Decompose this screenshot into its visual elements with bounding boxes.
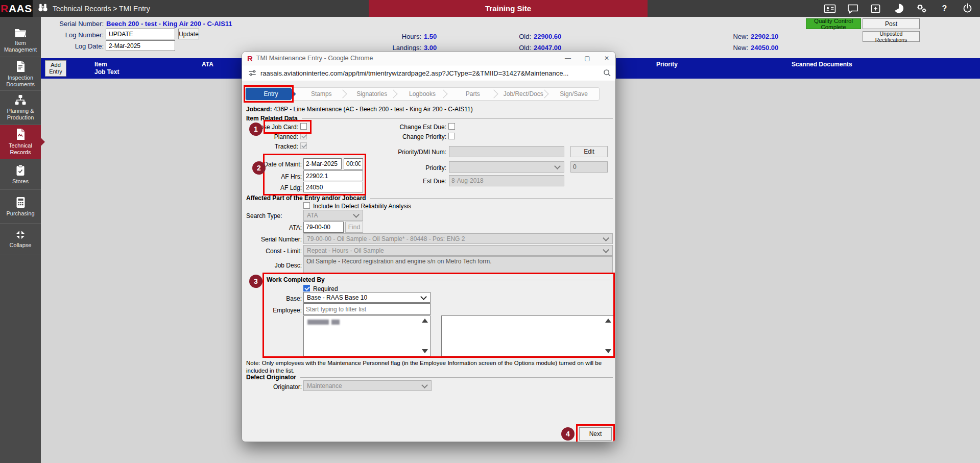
scroll-down-icon[interactable]: [422, 349, 428, 353]
annotation-circle-1: 1: [249, 123, 262, 136]
old-hours-label: Old:: [500, 33, 531, 40]
help-glyph: ?: [942, 4, 947, 13]
originator-value: Maintenance: [307, 382, 342, 389]
column-priority: Priority: [656, 61, 678, 68]
annotation-circle-3: 3: [249, 275, 262, 288]
include-defect-reliability-label: Include In Defect Reliability Analysis: [313, 203, 411, 210]
sidebar-item-inspection-documents[interactable]: Inspection Documents: [0, 57, 41, 91]
ata-input[interactable]: [303, 222, 344, 233]
section-work-completed-by: Work Completed By: [267, 276, 610, 283]
employee-filter-input[interactable]: [303, 303, 431, 315]
edit-button[interactable]: Edit: [570, 146, 608, 157]
log-date-label: Log Date:: [31, 42, 104, 50]
include-defect-reliability-checkbox[interactable]: [303, 202, 310, 209]
originator-label: Originator:: [242, 383, 302, 391]
calculator-icon: [16, 197, 26, 208]
jobcard-label: Jobcard:: [246, 106, 272, 113]
close-job-card-checkbox[interactable]: [300, 123, 307, 130]
breadcrumb-text: Technical Records > TMI Entry: [53, 5, 150, 13]
dialog-url-bar[interactable]: raasais.aviationintertec.com/app/tmi/tmi…: [242, 65, 616, 81]
quality-control-complete-button[interactable]: Quality Control Complete: [806, 18, 861, 29]
employee-label: Employee:: [242, 307, 302, 314]
log-date-input[interactable]: [106, 40, 175, 51]
required-label: Required: [313, 285, 338, 293]
tab-parts[interactable]: Parts: [447, 88, 498, 100]
zoom-icon[interactable]: [603, 69, 611, 77]
add-window-icon[interactable]: [864, 0, 887, 17]
post-button[interactable]: Post: [863, 18, 920, 29]
tab-signatories[interactable]: Signatories: [347, 88, 397, 100]
hours-value: 1.50: [424, 33, 437, 40]
scroll-up-icon[interactable]: [605, 319, 611, 323]
old-landings-label: Old:: [500, 44, 531, 52]
required-checkbox[interactable]: [303, 285, 310, 291]
annotation-circle-2: 2: [252, 161, 266, 175]
landings-value: 3.00: [424, 44, 437, 52]
close-button[interactable]: ✕: [597, 52, 616, 65]
hours-label: Hours:: [370, 33, 421, 40]
pie-chart-icon[interactable]: [887, 0, 910, 17]
tab-job-rect-docs[interactable]: Job/Rect/Docs: [498, 88, 548, 100]
search-type-value: ATA: [307, 212, 318, 219]
sidebar-item-planning-production[interactable]: Planning & Production: [0, 91, 41, 125]
tab-stamps[interactable]: Stamps: [296, 88, 347, 100]
column-scanned-documents: Scanned Documents: [792, 61, 852, 68]
maximize-button[interactable]: ▢: [578, 52, 597, 65]
sidebar-item-item-management[interactable]: Item Management: [0, 23, 41, 57]
sidebar-item-label: Stores: [2, 178, 39, 185]
serial-number-label: Serial Number:: [31, 20, 104, 28]
af-hrs-label: AF Hrs:: [242, 173, 302, 180]
find-button[interactable]: Find: [345, 222, 363, 233]
sidebar: Item Management Inspection Documents Pla…: [0, 17, 41, 463]
base-label: Base:: [242, 295, 302, 302]
affected-serial-number-select: 79-00-00 - Oil Sample - Oil Sample* - 80…: [303, 233, 613, 244]
next-button[interactable]: Next: [579, 427, 612, 441]
landings-label: Landings:: [370, 44, 421, 52]
raas-logo: RAAS: [0, 0, 33, 17]
chat-icon[interactable]: [841, 0, 864, 17]
scroll-down-icon[interactable]: [605, 349, 611, 353]
priority-num-input: [570, 161, 608, 173]
settings-gears-icon[interactable]: [910, 0, 933, 17]
user-card-icon[interactable]: [818, 0, 841, 17]
sidebar-item-technical-records[interactable]: Technical Records: [0, 125, 41, 159]
breadcrumb[interactable]: Technical Records > TMI Entry: [38, 0, 150, 17]
screen: RAAS Technical Records > TMI Entry Train…: [0, 0, 980, 463]
search-type-label: Search Type:: [246, 212, 282, 220]
const-limit-value: Repeat - Hours - Oil Sample: [307, 247, 384, 254]
power-icon[interactable]: [956, 0, 979, 17]
tab-entry[interactable]: Entry: [246, 88, 296, 100]
scroll-up-icon[interactable]: [422, 319, 428, 323]
sidebar-item-label: Purchasing: [2, 210, 39, 217]
date-of-maint-label: Date of Maint:: [242, 161, 302, 168]
sidebar-item-label: Item Management: [2, 40, 39, 53]
sidebar-item-stores[interactable]: Stores: [0, 159, 41, 190]
priority-label: Priority:: [334, 164, 446, 172]
help-icon[interactable]: ?: [933, 0, 956, 17]
tracked-label: Tracked:: [242, 143, 298, 150]
site-settings-icon[interactable]: [248, 69, 256, 77]
add-entry-button[interactable]: Add Entry: [45, 60, 66, 77]
change-est-due-label: Change Est Due:: [334, 124, 446, 131]
minimize-button[interactable]: —: [558, 52, 578, 65]
tab-sign-save[interactable]: Sign/Save: [548, 88, 599, 100]
unposted-rectifications-button[interactable]: Unposted Rectifications: [863, 31, 920, 42]
log-number-input[interactable]: [106, 29, 175, 39]
search-type-select: ATA: [303, 210, 363, 221]
change-priority-checkbox[interactable]: [448, 133, 455, 139]
employee-available-list[interactable]: [303, 315, 431, 356]
tab-logbooks[interactable]: Logbooks: [397, 88, 448, 100]
new-landings-label: New:: [718, 44, 748, 52]
const-limit-select: Repeat - Hours - Oil Sample: [303, 245, 613, 256]
column-job-text: Job Text: [94, 68, 119, 76]
base-select[interactable]: Base - RAAS Base 10: [303, 292, 431, 303]
change-est-due-checkbox[interactable]: [448, 123, 455, 130]
sidebar-item-purchasing[interactable]: Purchasing: [0, 190, 41, 224]
sidebar-item-collapse[interactable]: Collapse: [0, 224, 41, 255]
employee-selected-list[interactable]: [441, 315, 614, 356]
update-button[interactable]: Update: [178, 29, 199, 39]
column-item-jobtext: Item Job Text: [94, 61, 119, 76]
est-due-input: [449, 175, 564, 186]
dialog-title-bar[interactable]: R TMI Maintenance Entry - Google Chrome …: [242, 52, 616, 65]
priority-select[interactable]: [449, 161, 564, 173]
